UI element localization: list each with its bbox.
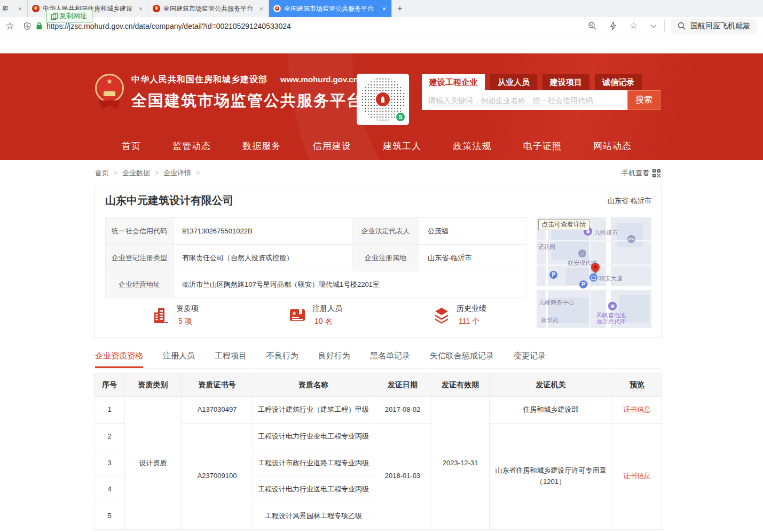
search-category-tabs: 建设工程企业 从业人员 建设项目 诚信记录 bbox=[422, 74, 660, 90]
stat-value: 111 个 bbox=[457, 317, 486, 326]
tab-good-behavior[interactable]: 良好行为 bbox=[318, 351, 350, 368]
search-tab-credit[interactable]: 诚信记录 bbox=[595, 74, 642, 90]
flash-icon[interactable] bbox=[610, 21, 617, 30]
building-icon bbox=[152, 306, 170, 324]
col-header: 资质名称 bbox=[253, 374, 374, 397]
parking-marker-icon: P bbox=[579, 280, 587, 288]
stat-value: 10 名 bbox=[312, 317, 342, 326]
screen: 界 × 中华人民共和国住房和城乡建设 × 全国建筑市场监管公共服务平台 × 全国… bbox=[0, 0, 763, 532]
tab-close-icon[interactable]: × bbox=[381, 5, 387, 13]
nav-supervision[interactable]: 监管动态 bbox=[172, 140, 211, 152]
keyword-search-input[interactable] bbox=[422, 90, 627, 110]
tab-close-icon[interactable]: × bbox=[137, 5, 144, 13]
browser-tab-jzsc[interactable]: 全国建筑市场监管公共服务平台 × bbox=[148, 0, 269, 17]
col-header: 序号 bbox=[95, 374, 125, 397]
emblem-favicon-icon bbox=[32, 5, 40, 12]
wechat-icon: S bbox=[395, 112, 406, 122]
search-tab-project[interactable]: 建设项目 bbox=[542, 74, 589, 90]
col-header: 资质证书号 bbox=[182, 374, 253, 397]
tab-title: 全国建筑市场监管公共服务平台 bbox=[163, 4, 255, 13]
detail-tabs: 企业资质资格 注册人员 工程项目 不良行为 良好行为 黑名单记录 失信联合惩戒记… bbox=[94, 349, 662, 369]
chevron-down-icon[interactable] bbox=[650, 24, 657, 28]
breadcrumb-separator: > bbox=[196, 169, 200, 177]
address-bar: ☆ https://jzsc.mohurd.gov.cn/data/compan… bbox=[0, 17, 763, 35]
new-tab-button[interactable]: + bbox=[392, 0, 408, 17]
breadcrumb: 首页 > 企业数据 > 企业详情 > 手机查看 bbox=[94, 160, 662, 178]
tab-registered-personnel[interactable]: 注册人员 bbox=[163, 351, 195, 368]
parking-marker-icon: P bbox=[549, 271, 557, 279]
nav-home[interactable]: 首页 bbox=[122, 140, 141, 152]
quick-search-text: 国航回应飞机颠簸 bbox=[690, 21, 750, 31]
row-no: 4 bbox=[95, 476, 125, 503]
search-tab-enterprise[interactable]: 建设工程企业 bbox=[422, 74, 485, 90]
tab-close-icon[interactable]: × bbox=[17, 5, 23, 13]
tab-projects[interactable]: 工程项目 bbox=[215, 351, 247, 368]
breadcrumb-company-data[interactable]: 企业数据 bbox=[122, 168, 150, 178]
map-label: 九州超市 bbox=[594, 229, 618, 237]
search-tab-personnel[interactable]: 从业人员 bbox=[490, 74, 537, 90]
row-no: 1 bbox=[95, 397, 125, 424]
tab-blacklist[interactable]: 黑名单记录 bbox=[370, 351, 410, 368]
certificate-info-link[interactable]: 证书信息 bbox=[623, 472, 651, 480]
zoom-out-icon[interactable] bbox=[588, 21, 597, 30]
breadcrumb-home[interactable]: 首页 bbox=[95, 168, 109, 178]
site-banner: ★ 中华人民共和国住房和城乡建设部 www.mohurd.gov.cn 全国建筑… bbox=[0, 53, 763, 160]
location-map[interactable]: 点击可查看详情 ▣ 九州超市 ATM 记花园 ▢ 联安现代城 ▢ 联安大厦 P … bbox=[537, 217, 651, 328]
quick-search-box[interactable]: 国航回应飞机颠簸 bbox=[671, 19, 757, 34]
site-search-module: 建设工程企业 从业人员 建设项目 诚信记录 搜索 bbox=[422, 74, 660, 110]
certificate-icon: ★ bbox=[288, 306, 306, 324]
row-no: 5 bbox=[95, 503, 125, 530]
col-header: 预览 bbox=[612, 374, 662, 397]
site-logo[interactable]: ★ 中华人民共和国住房和城乡建设部 www.mohurd.gov.cn 全国建筑… bbox=[95, 74, 363, 112]
address-bar-actions: ☆ bbox=[588, 20, 657, 32]
credit-code-value: 91371302675501022B bbox=[174, 218, 352, 245]
tab-change-records[interactable]: 变更记录 bbox=[514, 351, 546, 368]
nav-license[interactable]: 电子证照 bbox=[523, 140, 562, 152]
field-label: 企业注册属地 bbox=[352, 245, 419, 271]
col-header: 发证日期 bbox=[374, 374, 431, 397]
lock-icon bbox=[36, 22, 43, 30]
issuing-authority: 住房和城乡建设部 bbox=[490, 397, 612, 424]
mobile-view-button[interactable]: 手机查看 bbox=[622, 168, 660, 178]
favorite-star-icon[interactable]: ☆ bbox=[630, 20, 638, 32]
browser-tab-bar: 界 × 中华人民共和国住房和城乡建设 × 全国建筑市场监管公共服务平台 × 全国… bbox=[0, 0, 763, 17]
nav-policy[interactable]: 政策法规 bbox=[453, 140, 491, 152]
qr-pattern-icon: S bbox=[361, 77, 405, 121]
tab-dishonesty[interactable]: 失信联合惩戒记录 bbox=[430, 351, 494, 368]
qualification-name: 工程设计电力行业变电工程专业丙级 bbox=[253, 423, 374, 450]
col-header: 发证机关 bbox=[490, 374, 612, 397]
copy-url-tooltip[interactable]: 复制网址 bbox=[46, 10, 92, 22]
emblem-favicon-icon bbox=[153, 5, 160, 12]
nav-news[interactable]: 网站动态 bbox=[593, 140, 632, 152]
copy-icon bbox=[51, 13, 57, 19]
field-label: 企业法定代表人 bbox=[352, 218, 419, 245]
tab-close-icon[interactable]: × bbox=[258, 5, 264, 13]
nav-data-service[interactable]: 数据服务 bbox=[243, 140, 281, 152]
company-name: 山东中元建筑设计有限公司 bbox=[105, 193, 233, 208]
url-field[interactable]: https://jzsc.mohurd.gov.cn/data/company/… bbox=[36, 22, 577, 30]
layers-icon bbox=[432, 306, 451, 324]
field-label: 企业经营地址 bbox=[106, 271, 174, 298]
bookmark-star-icon[interactable]: ☆ bbox=[5, 20, 14, 32]
company-stats: 资质项 5 项 ★ 注册人员 10 名 历史业绩 111 个 bbox=[105, 304, 527, 332]
stat-historical-performance: 历史业绩 111 个 bbox=[432, 304, 486, 326]
qualification-table: 序号 资质类别 资质证书号 资质名称 发证日期 发证有效期 发证机关 预览 1 … bbox=[94, 373, 662, 530]
nav-workers[interactable]: 建筑工人 bbox=[383, 140, 421, 152]
site-title: 全国建筑市场监管公共服务平台 bbox=[131, 90, 363, 112]
tab-bad-behavior[interactable]: 不良行为 bbox=[266, 351, 298, 368]
col-header: 资质类别 bbox=[125, 374, 182, 397]
search-button[interactable]: 搜索 bbox=[627, 90, 660, 110]
nav-credit[interactable]: 信用建设 bbox=[313, 140, 351, 152]
field-label: 统一社会信用代码 bbox=[106, 218, 174, 245]
svg-text:★: ★ bbox=[292, 310, 297, 316]
building-marker-icon: ▢ bbox=[578, 249, 586, 257]
shield-icon[interactable] bbox=[23, 22, 32, 30]
row-no: 2 bbox=[95, 423, 125, 450]
qualification-name: 工程设计电力行业送电工程专业丙级 bbox=[253, 476, 374, 503]
browser-tab-active[interactable]: 全国建筑市场监管公共服务平台 × bbox=[269, 0, 392, 17]
tab-qualifications[interactable]: 企业资质资格 bbox=[95, 351, 143, 368]
registration-type-value: 有限责任公司（自然人投资或控股） bbox=[174, 245, 352, 271]
breadcrumb-company-detail[interactable]: 企业详情 bbox=[163, 168, 191, 178]
browser-tab-partial[interactable]: 界 × bbox=[0, 0, 28, 17]
certificate-info-link[interactable]: 证书信息 bbox=[623, 405, 651, 413]
